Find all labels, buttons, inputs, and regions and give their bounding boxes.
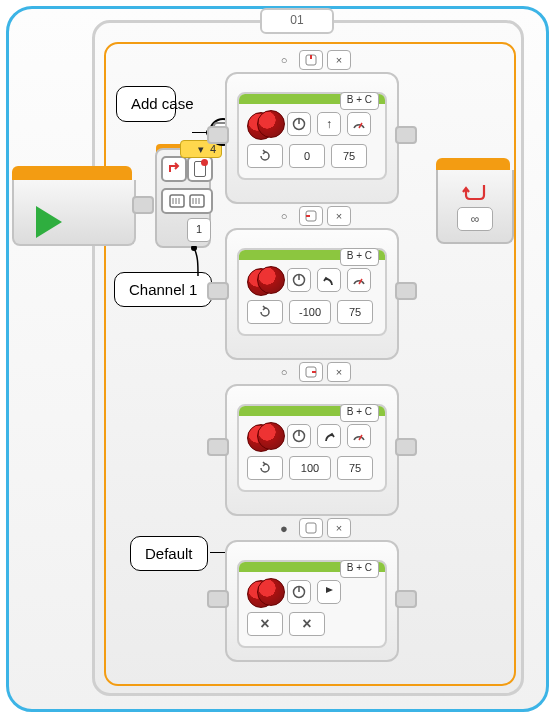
svg-rect-14 bbox=[312, 371, 316, 373]
case-container: B + C 100 75 bbox=[225, 384, 399, 516]
mode-selector[interactable]: × bbox=[247, 612, 283, 636]
svg-rect-0 bbox=[170, 195, 184, 207]
svg-rect-18 bbox=[306, 523, 316, 533]
steer-icon bbox=[287, 424, 311, 448]
svg-rect-4 bbox=[310, 55, 312, 59]
move-steering-block[interactable]: B + C ↑ 0 75 bbox=[237, 92, 387, 180]
svg-point-2 bbox=[191, 246, 197, 251]
speed-gauge-icon bbox=[347, 112, 371, 136]
case-out bbox=[395, 282, 417, 300]
power-value[interactable]: 75 bbox=[337, 456, 373, 480]
connector bbox=[132, 196, 154, 214]
ir-beacon-icon[interactable] bbox=[187, 156, 213, 182]
case-in bbox=[207, 126, 229, 144]
curve-right-icon bbox=[317, 424, 341, 448]
brake-selector[interactable]: × bbox=[289, 612, 325, 636]
move-steering-block[interactable]: B + C × × bbox=[237, 560, 387, 648]
case-out bbox=[395, 126, 417, 144]
steer-value[interactable]: -100 bbox=[289, 300, 331, 324]
loop-mode[interactable]: ∞ bbox=[457, 207, 493, 231]
default-radio[interactable]: ○ bbox=[273, 51, 295, 69]
mode-selector[interactable] bbox=[247, 456, 283, 480]
curve-left-icon bbox=[317, 268, 341, 292]
case-container: B + C ↑ 0 75 bbox=[225, 72, 399, 204]
loop-back-icon bbox=[462, 181, 488, 201]
case-in bbox=[207, 438, 229, 456]
power-value[interactable]: 75 bbox=[337, 300, 373, 324]
case-value-icon[interactable] bbox=[299, 362, 323, 382]
svg-rect-9 bbox=[306, 215, 310, 217]
play-icon bbox=[36, 206, 62, 238]
case-out bbox=[395, 590, 417, 608]
motor-icon bbox=[247, 578, 281, 606]
speed-gauge-icon bbox=[347, 268, 371, 292]
arrow-up-icon: ↑ bbox=[317, 112, 341, 136]
move-steering-block[interactable]: B + C 100 75 bbox=[237, 404, 387, 492]
case-out bbox=[395, 438, 417, 456]
speed-gauge-icon bbox=[347, 424, 371, 448]
case-value-icon[interactable] bbox=[299, 518, 323, 538]
case-value-icon[interactable] bbox=[299, 50, 323, 70]
case-value-icon[interactable] bbox=[299, 206, 323, 226]
default-radio[interactable]: ○ bbox=[273, 363, 295, 381]
case-tab[interactable]: ○ × bbox=[273, 362, 351, 382]
case-container: B + C × × bbox=[225, 540, 399, 662]
stop-flag-icon bbox=[317, 580, 341, 604]
steer-icon bbox=[287, 112, 311, 136]
switch-port-icon[interactable] bbox=[161, 188, 213, 214]
switch-block[interactable]: 1 bbox=[155, 148, 211, 248]
delete-case-button[interactable]: × bbox=[327, 50, 351, 70]
default-radio[interactable]: ○ bbox=[273, 207, 295, 225]
case-tab[interactable]: ○ × bbox=[273, 50, 351, 70]
motor-icon bbox=[247, 422, 281, 450]
default-radio[interactable]: ● bbox=[273, 519, 295, 537]
steer-icon bbox=[287, 580, 311, 604]
mode-selector[interactable] bbox=[247, 300, 283, 324]
steer-icon bbox=[287, 268, 311, 292]
switch-type-icon[interactable] bbox=[161, 156, 187, 182]
power-value[interactable]: 75 bbox=[331, 144, 367, 168]
move-steering-block[interactable]: B + C -100 75 bbox=[237, 248, 387, 336]
port-selector[interactable]: B + C bbox=[340, 560, 379, 578]
port-selector[interactable]: B + C bbox=[340, 404, 379, 422]
motor-icon bbox=[247, 266, 281, 294]
annotation-add-case: Add case bbox=[116, 86, 176, 122]
mode-selector[interactable] bbox=[247, 144, 283, 168]
motor-icon bbox=[247, 110, 281, 138]
case-in bbox=[207, 590, 229, 608]
case-container: B + C -100 75 bbox=[225, 228, 399, 360]
case-in bbox=[207, 282, 229, 300]
channel-value[interactable]: 1 bbox=[187, 218, 211, 242]
case-tab[interactable]: ● × bbox=[273, 518, 351, 538]
delete-case-button[interactable]: × bbox=[327, 362, 351, 382]
start-block[interactable] bbox=[12, 166, 132, 244]
port-selector[interactable]: B + C bbox=[340, 248, 379, 266]
loop-label[interactable]: 01 bbox=[260, 8, 334, 34]
port-selector[interactable]: B + C bbox=[340, 92, 379, 110]
delete-case-button[interactable]: × bbox=[327, 518, 351, 538]
annotation-default: Default bbox=[130, 536, 208, 571]
case-tab[interactable]: ○ × bbox=[273, 206, 351, 226]
loop-end-block[interactable]: ∞ bbox=[436, 158, 510, 242]
svg-rect-1 bbox=[190, 195, 204, 207]
steer-value[interactable]: 0 bbox=[289, 144, 325, 168]
steer-value[interactable]: 100 bbox=[289, 456, 331, 480]
delete-case-button[interactable]: × bbox=[327, 206, 351, 226]
annotation-channel: Channel 1 bbox=[114, 272, 212, 307]
